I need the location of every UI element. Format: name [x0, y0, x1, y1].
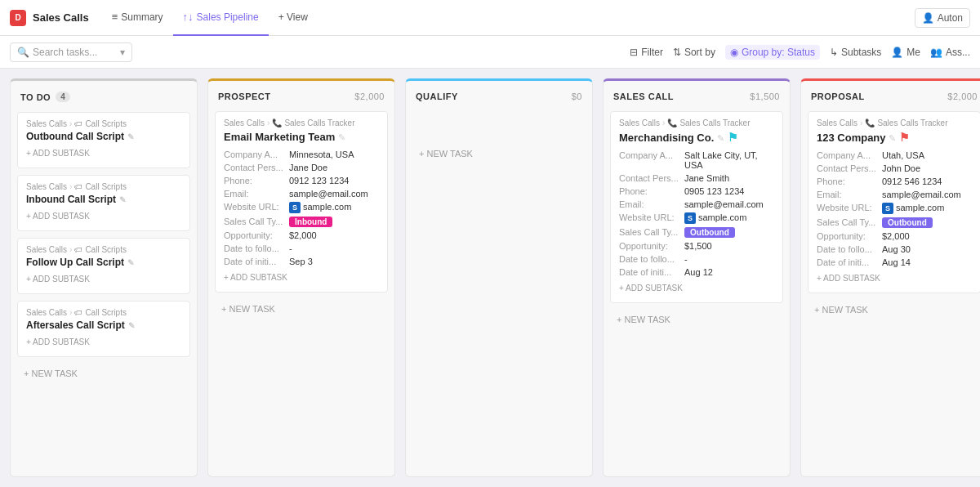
- card-simple-0: Sales Calls › 🏷 Call Scripts Outbound Ca…: [17, 112, 190, 168]
- column-qualify: QUALIFY$0+ NEW TASK: [405, 78, 593, 477]
- detail-card-title: 123 Company ✎ ⚑: [817, 131, 972, 144]
- edit-icon[interactable]: ✎: [889, 133, 896, 143]
- col-title: PROPOSAL: [811, 92, 865, 101]
- detail-row: Contact Pers... John Doe: [817, 163, 972, 173]
- column-proposal: PROPOSAL$2,000 Sales Calls › 📞 Sales Cal…: [800, 78, 980, 477]
- subtasks-icon: ↳: [830, 47, 838, 58]
- add-subtask-button[interactable]: + ADD SUBTASK: [619, 280, 774, 296]
- flag-red-icon: ⚑: [899, 131, 910, 144]
- nav-summary[interactable]: ≡ Summary: [102, 0, 173, 36]
- detail-label: Date of initi...: [817, 257, 882, 267]
- detail-row: Date to follo... -: [224, 244, 379, 253]
- detail-card-breadcrumb: Sales Calls › 📞 Sales Calls Tracker: [224, 118, 379, 127]
- detail-value: Utah, USA: [882, 150, 924, 160]
- detail-label: Website URL:: [619, 212, 684, 222]
- filter-button[interactable]: ⊟ Filter: [630, 47, 663, 58]
- add-subtask-button[interactable]: + ADD SUBTASK: [26, 334, 181, 350]
- tag-icon: 🏷: [74, 245, 82, 254]
- nav-view[interactable]: + View: [269, 0, 318, 36]
- assignee-button[interactable]: 👥 Ass...: [930, 47, 970, 58]
- card-simple-3: Sales Calls › 🏷 Call Scripts Aftersales …: [17, 301, 190, 357]
- detail-label: Date to follo...: [817, 244, 882, 254]
- app-title: Sales Calls: [33, 11, 89, 24]
- col-title: SALES CALL: [613, 92, 674, 101]
- add-subtask-button[interactable]: + ADD SUBTASK: [817, 270, 972, 286]
- edit-icon[interactable]: ✎: [717, 133, 724, 143]
- edit-icon[interactable]: ✎: [127, 258, 134, 267]
- edit-icon[interactable]: ✎: [338, 132, 345, 142]
- search-box[interactable]: 🔍 Search tasks... ▾: [10, 42, 132, 62]
- detail-value: 0912 546 1234: [882, 176, 942, 186]
- top-bar-right: 👤 Auton: [915, 8, 970, 28]
- detail-value: -: [289, 244, 292, 253]
- detail-row: Sales Call Ty... Outbound: [817, 217, 972, 228]
- tag-icon: 🏷: [74, 119, 82, 128]
- add-subtask-button[interactable]: + ADD SUBTASK: [224, 270, 379, 285]
- detail-row: Opportunity: $1,500: [619, 241, 774, 251]
- new-task-button[interactable]: + NEW TASK: [412, 144, 586, 163]
- detail-label: Sales Call Ty...: [619, 227, 684, 237]
- detail-row: Phone: 0905 123 1234: [619, 186, 774, 196]
- detail-row: Date of initi... Aug 14: [817, 257, 972, 267]
- col-amount: $1,500: [750, 92, 780, 101]
- detail-value: Minnesota, USA: [289, 150, 354, 159]
- nav-summary-label: Summary: [121, 11, 163, 23]
- pipeline-icon: ↑↓: [183, 11, 194, 23]
- add-subtask-button[interactable]: + ADD SUBTASK: [26, 271, 181, 287]
- detail-card-0: Sales Calls › 📞 Sales Calls Tracker 123 …: [808, 111, 980, 293]
- detail-row: Website URL: Ssample.com: [224, 202, 379, 213]
- detail-label: Email:: [619, 199, 684, 209]
- detail-row: Date of initi... Aug 12: [619, 267, 774, 277]
- new-task-button[interactable]: + NEW TASK: [808, 300, 980, 319]
- auto-label: Auton: [938, 12, 963, 24]
- group-by-button[interactable]: ◉ Group by: Status: [725, 45, 820, 60]
- col-title: QUALIFY: [416, 92, 458, 101]
- flag-teal-icon: ⚑: [728, 131, 738, 144]
- top-bar: D Sales Calls ≡ Summary ↑↓ Sales Pipelin…: [0, 0, 980, 36]
- badge-outbound: Outbound: [882, 217, 933, 228]
- detail-label: Date to follo...: [224, 244, 289, 253]
- detail-row: Contact Pers... Jane Smith: [619, 173, 774, 183]
- detail-value: $2,000: [289, 230, 317, 240]
- detail-card-breadcrumb: Sales Calls › 📞 Sales Calls Tracker: [619, 118, 774, 127]
- card-breadcrumb: Sales Calls › 🏷 Call Scripts: [26, 119, 181, 128]
- detail-label: Sales Call Ty...: [224, 217, 289, 226]
- detail-value: Outbound: [684, 227, 735, 238]
- auto-button[interactable]: 👤 Auton: [915, 8, 970, 28]
- new-task-button[interactable]: + NEW TASK: [215, 299, 388, 319]
- detail-value: Outbound: [882, 217, 933, 228]
- card-title: Aftersales Call Script ✎: [26, 319, 181, 331]
- col-amount: $0: [572, 92, 582, 101]
- new-task-button[interactable]: + NEW TASK: [610, 310, 783, 329]
- add-subtask-button[interactable]: + ADD SUBTASK: [26, 208, 181, 224]
- detail-value: Aug 14: [882, 257, 911, 267]
- col-body-prospect: Sales Calls › 📞 Sales Calls Tracker Emai…: [208, 108, 394, 476]
- s-brand-icon: S: [289, 202, 301, 213]
- detail-value: Aug 30: [882, 244, 911, 254]
- person-icon: 👤: [922, 12, 934, 24]
- detail-value: sample@email.com: [684, 199, 764, 209]
- edit-icon[interactable]: ✎: [119, 195, 126, 204]
- me-button[interactable]: 👤 Me: [891, 47, 920, 58]
- subtasks-button[interactable]: ↳ Subtasks: [830, 47, 881, 58]
- sort-button[interactable]: ⇅ Sort by: [673, 47, 715, 58]
- filter-icon: ⊟: [630, 47, 638, 58]
- edit-icon[interactable]: ✎: [127, 132, 134, 141]
- detail-row: Company A... Salt Lake City, UT, USA: [619, 150, 774, 170]
- sort-icon: ⇅: [673, 47, 681, 58]
- col-amount: $2,000: [947, 92, 978, 101]
- phone-icon: 📞: [272, 118, 282, 127]
- col-header-proposal: PROPOSAL$2,000: [801, 81, 980, 108]
- add-subtask-button[interactable]: + ADD SUBTASK: [26, 145, 181, 161]
- nav-sales-pipeline[interactable]: ↑↓ Sales Pipeline: [173, 0, 269, 36]
- detail-label: Date of initi...: [619, 267, 684, 277]
- new-task-button[interactable]: + NEW TASK: [17, 364, 190, 383]
- detail-label: Company A...: [224, 150, 289, 159]
- s-brand-icon: S: [882, 203, 893, 214]
- card-breadcrumb: Sales Calls › 🏷 Call Scripts: [26, 245, 181, 254]
- edit-icon[interactable]: ✎: [128, 321, 135, 330]
- detail-label: Company A...: [817, 150, 882, 160]
- search-placeholder: Search tasks...: [33, 47, 97, 58]
- detail-value: Jane Smith: [684, 173, 729, 183]
- badge-inbound: Inbound: [289, 217, 332, 227]
